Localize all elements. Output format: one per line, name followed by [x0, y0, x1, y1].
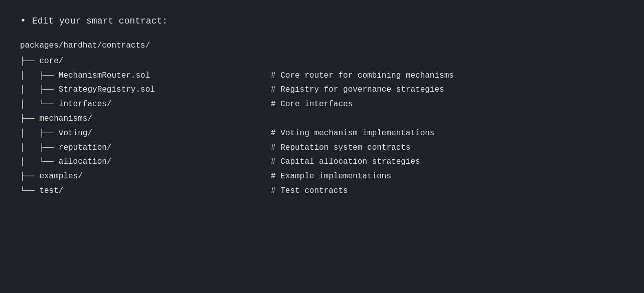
tree-comment: # Voting mechanism implementations — [271, 126, 434, 141]
tree-row: │ └── interfaces/# Core interfaces — [20, 97, 624, 112]
tree-prefix: ├── examples/ — [20, 169, 271, 184]
tree-prefix: │ ├── voting/ — [20, 126, 271, 141]
tree-prefix: │ ├── StrategyRegistry.sol — [20, 83, 271, 97]
tree-row: │ ├── StrategyRegistry.sol# Registry for… — [20, 83, 624, 97]
file-tree: packages/hardhat/contracts/ ├── core/│ ├… — [20, 39, 624, 198]
tree-root: packages/hardhat/contracts/ — [20, 39, 624, 53]
header-title: Edit your smart contract: — [32, 16, 168, 26]
tree-comment: # Capital allocation strategies — [271, 155, 420, 169]
tree-row: │ ├── reputation/# Reputation system con… — [20, 141, 624, 155]
bullet-point: • — [20, 15, 26, 27]
tree-prefix: ├── mechanisms/ — [20, 112, 271, 126]
tree-row: │ ├── voting/# Voting mechanism implemen… — [20, 126, 624, 141]
tree-comment: # Test contracts — [271, 184, 348, 198]
tree-comment: # Core interfaces — [271, 97, 353, 112]
tree-prefix: │ └── allocation/ — [20, 155, 271, 169]
tree-comment: # Registry for governance strategies — [271, 83, 444, 97]
tree-prefix: │ ├── reputation/ — [20, 141, 271, 155]
tree-row: └── test/# Test contracts — [20, 184, 624, 198]
tree-comment: # Example implementations — [271, 169, 391, 184]
tree-comment: # Reputation system contracts — [271, 141, 410, 155]
tree-prefix: │ ├── MechanismRouter.sol — [20, 69, 271, 83]
tree-row: ├── core/ — [20, 54, 624, 69]
tree-row: ├── mechanisms/ — [20, 112, 624, 126]
tree-prefix: └── test/ — [20, 184, 271, 198]
tree-comment: # Core router for combining mechanisms — [271, 69, 454, 83]
header-line: • Edit your smart contract: — [20, 15, 624, 27]
tree-prefix: │ └── interfaces/ — [20, 97, 271, 112]
tree-row: ├── examples/# Example implementations — [20, 169, 624, 184]
tree-row: │ ├── MechanismRouter.sol# Core router f… — [20, 69, 624, 83]
tree-row: │ └── allocation/# Capital allocation st… — [20, 155, 624, 169]
tree-prefix: ├── core/ — [20, 54, 271, 69]
